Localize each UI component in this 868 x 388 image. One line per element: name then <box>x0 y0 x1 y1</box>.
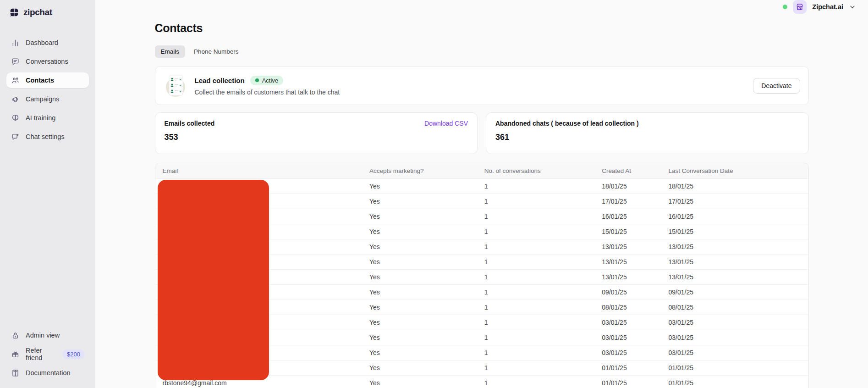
cell-created-at: 13/01/25 <box>602 254 668 269</box>
cell-created-at: 03/01/25 <box>602 315 668 330</box>
column-header-no-of-conversations: No. of conversations <box>484 163 602 178</box>
cell-accepts-marketing: Yes <box>369 345 484 360</box>
sidebar-item-contacts[interactable]: Contacts <box>6 72 89 88</box>
cell-accepts-marketing: Yes <box>369 269 484 284</box>
contacts-table-card: EmailAccepts marketing?No. of conversati… <box>155 163 809 388</box>
sidebar-item-label: Chat settings <box>26 133 65 140</box>
tab-emails[interactable]: Emails <box>155 45 186 58</box>
active-status-label: Active <box>262 77 278 84</box>
sidebar-item-admin-view[interactable]: Admin view <box>6 327 89 343</box>
cell-accepts-marketing: Yes <box>369 178 484 194</box>
sidebar-nav: Dashboard Conversations Contacts Campaig… <box>6 35 89 144</box>
cell-conversations: 1 <box>484 360 602 375</box>
cell-accepts-marketing: Yes <box>369 315 484 330</box>
cell-conversations: 1 <box>484 239 602 254</box>
cell-conversations: 1 <box>484 284 602 299</box>
active-status-dot <box>255 78 259 82</box>
cell-last-conversation: 15/01/25 <box>669 224 808 239</box>
sidebar-item-ai-training[interactable]: AI training <box>6 110 89 126</box>
cell-last-conversation: 17/01/25 <box>669 194 808 209</box>
cell-created-at: 16/01/25 <box>602 209 668 224</box>
sidebar-item-documentation[interactable]: Documentation <box>6 365 89 381</box>
zipchat-logo[interactable]: zipchat <box>6 6 89 19</box>
cell-conversations: 1 <box>484 315 602 330</box>
content: Contacts Emails Phone Numbers <box>155 14 809 388</box>
lock-icon <box>11 331 20 340</box>
table-header-row: EmailAccepts marketing?No. of conversati… <box>155 163 808 178</box>
cell-last-conversation: 18/01/25 <box>669 178 808 194</box>
refer-reward-badge: $200 <box>63 349 84 359</box>
cell-last-conversation: 09/01/25 <box>669 284 808 299</box>
cell-accepts-marketing: Yes <box>369 194 484 209</box>
cell-accepts-marketing: Yes <box>369 224 484 239</box>
cell-last-conversation: 13/01/25 <box>669 269 808 284</box>
cell-created-at: 13/01/25 <box>602 239 668 254</box>
sidebar-item-label: Refer friend <box>26 347 56 361</box>
cell-last-conversation: 13/01/25 <box>669 239 808 254</box>
column-header-created-at: Created At <box>602 163 668 178</box>
cell-conversations: 1 <box>484 375 602 388</box>
bar-chart-icon <box>11 39 20 47</box>
abandoned-chats-value: 361 <box>495 133 799 142</box>
cell-created-at: 18/01/25 <box>602 178 668 194</box>
sidebar-item-dashboard[interactable]: Dashboard <box>6 35 89 50</box>
lead-collection-description: Collect the emails of customers that tal… <box>195 89 753 96</box>
sidebar-item-label: Contacts <box>26 77 54 84</box>
column-header-last-conversation-date: Last Conversation Date <box>669 163 808 178</box>
cell-accepts-marketing: Yes <box>369 254 484 269</box>
main-area: Zipchat.ai Contacts Emails Phone Numbers <box>95 0 868 388</box>
lead-collection-title: Lead collection <box>195 77 245 84</box>
cell-accepts-marketing: Yes <box>369 330 484 345</box>
column-header-email: Email <box>155 163 369 178</box>
cell-conversations: 1 <box>484 299 602 315</box>
store-icon[interactable] <box>793 0 807 14</box>
cell-created-at: 13/01/25 <box>602 269 668 284</box>
workspace-selector[interactable]: Zipchat.ai <box>812 3 843 11</box>
sidebar-item-conversations[interactable]: Conversations <box>6 54 89 69</box>
sidebar-item-label: Dashboard <box>26 39 58 46</box>
cell-accepts-marketing: Yes <box>369 239 484 254</box>
sidebar-footer-nav: Admin view Refer friend $200 Documentati… <box>6 327 89 381</box>
cell-created-at: 09/01/25 <box>602 284 668 299</box>
abandoned-chats-card: Abandoned chats ( because of lead collec… <box>486 112 809 154</box>
emails-collected-value: 353 <box>165 133 468 142</box>
sidebar-item-refer-friend[interactable]: Refer friend $200 <box>6 346 89 362</box>
lead-collection-icon <box>164 72 187 99</box>
active-status-badge: Active <box>250 76 283 85</box>
cell-last-conversation: 03/01/25 <box>669 315 808 330</box>
sidebar-item-chat-settings[interactable]: Chat settings <box>6 129 89 144</box>
tab-phone-numbers[interactable]: Phone Numbers <box>188 45 245 58</box>
zipchat-logo-icon <box>9 7 19 17</box>
sidebar-spacer <box>6 144 89 327</box>
sidebar: zipchat Dashboard Conversations Contacts… <box>0 0 95 388</box>
page-title: Contacts <box>155 22 809 35</box>
cell-accepts-marketing: Yes <box>369 375 484 388</box>
deactivate-button[interactable]: Deactivate <box>753 78 800 94</box>
online-status-dot <box>783 5 787 9</box>
stats-row: Emails collected Download CSV 353 Abando… <box>155 112 809 154</box>
emails-collected-label: Emails collected <box>165 120 215 127</box>
sidebar-item-label: Documentation <box>26 369 71 377</box>
cell-conversations: 1 <box>484 178 602 194</box>
cell-last-conversation: 13/01/25 <box>669 254 808 269</box>
sidebar-item-campaigns[interactable]: Campaigns <box>6 91 89 107</box>
megaphone-icon <box>11 95 20 104</box>
cell-conversations: 1 <box>484 269 602 284</box>
cell-conversations: 1 <box>484 194 602 209</box>
emails-collected-card: Emails collected Download CSV 353 <box>155 112 478 154</box>
chat-bubble-icon <box>11 57 20 66</box>
people-icon <box>11 76 20 85</box>
lead-collection-body: Lead collection Active Collect the email… <box>195 76 753 96</box>
cell-conversations: 1 <box>484 224 602 239</box>
tabs: Emails Phone Numbers <box>155 45 809 58</box>
cell-last-conversation: 03/01/25 <box>669 330 808 345</box>
download-csv-link[interactable]: Download CSV <box>424 120 468 127</box>
sidebar-item-label: AI training <box>26 114 55 122</box>
cell-accepts-marketing: Yes <box>369 209 484 224</box>
cell-conversations: 1 <box>484 209 602 224</box>
cell-created-at: 03/01/25 <box>602 345 668 360</box>
cell-conversations: 1 <box>484 345 602 360</box>
chevron-down-icon[interactable] <box>849 3 856 11</box>
book-icon <box>11 369 20 377</box>
cell-last-conversation: 01/01/25 <box>669 360 808 375</box>
